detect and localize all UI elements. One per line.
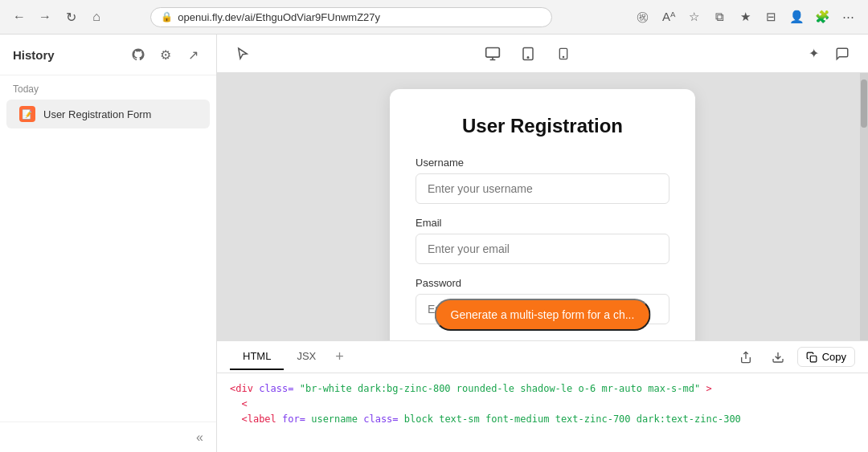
code-val-3: block text-sm font-medium text-zinc-700 … — [404, 413, 741, 425]
svg-point-2 — [527, 56, 529, 58]
external-link-icon-button[interactable]: ↗ — [182, 44, 203, 65]
chat-icon — [835, 47, 850, 61]
content-area: ✦ User Registration Usernam — [217, 35, 868, 452]
share-button[interactable] — [733, 348, 759, 367]
settings-icon-button[interactable]: ⚙ — [155, 44, 176, 65]
code-val-1: "br-white dark:bg-zinc-800 rounded-le sh… — [300, 383, 701, 394]
code-tag-2: <label — [241, 413, 276, 425]
more-button[interactable]: ⋯ — [837, 6, 860, 28]
code-line-3: <label for= username class= block text-s… — [230, 412, 855, 427]
address-bar[interactable]: 🔒 openui.fly.dev/ai/EthguOdViar9FUnwmZ27… — [150, 7, 552, 27]
bottom-tabs: HTML JSX + — [217, 341, 868, 373]
github-icon-button[interactable] — [128, 44, 149, 65]
desktop-view-button[interactable] — [478, 39, 507, 68]
history-item-icon: 📝 — [19, 106, 35, 122]
email-label: Email — [416, 217, 669, 229]
home-button[interactable]: ⌂ — [85, 6, 108, 28]
browser-actions: ㊗ Aᴬ ☆ ⧉ ★ ⊟ 👤 🧩 ⋯ — [632, 6, 860, 28]
desktop-icon — [485, 46, 501, 62]
password-label: Password — [416, 277, 669, 289]
form-title: User Registration — [416, 115, 669, 137]
toolbar-left — [230, 41, 256, 67]
bottom-panel: HTML JSX + — [217, 340, 868, 452]
cursor-tool-button[interactable] — [230, 41, 256, 67]
reader-button[interactable]: Aᴬ — [657, 6, 680, 28]
toolbar-right: ✦ — [800, 41, 855, 67]
tab-html[interactable]: HTML — [230, 344, 284, 370]
cursor-icon — [235, 47, 250, 61]
code-attr-1: class= — [259, 383, 293, 394]
tablet-view-button[interactable] — [514, 39, 542, 68]
history-item-label: User Registration Form — [43, 108, 151, 120]
favorites-button[interactable]: ★ — [735, 6, 757, 28]
preview-area: User Registration Username Email Passwor… — [217, 73, 868, 340]
split-button[interactable]: ⧉ — [709, 6, 731, 28]
tablet-icon — [521, 47, 535, 61]
download-icon — [772, 351, 784, 364]
nav-buttons: ← → ↻ ⌂ — [8, 6, 108, 28]
sidebar-section-today: Today — [0, 75, 216, 98]
chip-multistep-container: Generate a multi-step form for a ch... — [435, 299, 651, 331]
mobile-icon — [557, 47, 570, 61]
code-line-1: <div class= "br-white dark:bg-zinc-800 r… — [230, 381, 855, 397]
sidebar-collapse: « — [0, 421, 216, 452]
bookmark-button[interactable]: ☆ — [683, 6, 706, 28]
lock-icon: 🔒 — [161, 11, 173, 22]
main-layout: History ⚙ ↗ Today 📝 User Registration Fo… — [0, 35, 868, 452]
translate-button[interactable]: ㊗ — [632, 6, 654, 28]
code-tag-close-1: > — [706, 383, 711, 394]
svg-point-4 — [563, 56, 563, 57]
refresh-button[interactable]: ↻ — [59, 6, 82, 28]
chat-button[interactable] — [829, 41, 855, 67]
tab-jsx[interactable]: JSX — [284, 344, 329, 370]
email-group: Email — [416, 217, 669, 264]
share-icon — [739, 351, 752, 364]
chip-multistep[interactable]: Generate a multi-step form for a ch... — [435, 299, 651, 331]
browser-chrome: ← → ↻ ⌂ 🔒 openui.fly.dev/ai/EthguOdViar9… — [0, 0, 868, 35]
github-icon — [131, 47, 145, 62]
code-area: <div class= "br-white dark:bg-zinc-800 r… — [217, 373, 868, 452]
sidebar-header: History ⚙ ↗ — [0, 35, 216, 75]
back-button[interactable]: ← — [8, 6, 31, 28]
code-line-2: < — [230, 397, 855, 412]
username-input[interactable] — [416, 173, 669, 204]
profile-button[interactable]: 👤 — [786, 6, 809, 28]
bottom-tab-actions: Copy — [733, 347, 855, 367]
code-tag-1: <div — [230, 383, 253, 394]
sidebar: History ⚙ ↗ Today 📝 User Registration Fo… — [0, 35, 217, 452]
code-attr-2: for= — [282, 413, 305, 425]
theme-toggle-button[interactable]: ✦ — [800, 41, 826, 67]
tab-add-button[interactable]: + — [329, 348, 350, 365]
username-label: Username — [416, 157, 669, 169]
scrollbar-track[interactable] — [860, 73, 868, 340]
copy-icon — [806, 352, 817, 363]
history-item-user-registration[interactable]: 📝 User Registration Form — [6, 100, 210, 128]
code-val-2: username — [311, 413, 363, 425]
scrollbar-thumb[interactable] — [861, 79, 867, 128]
collapse-button[interactable]: « — [196, 430, 203, 445]
sidebar-title: History — [13, 48, 55, 62]
mobile-view-button[interactable] — [549, 39, 578, 68]
copy-label: Copy — [822, 351, 846, 363]
content-toolbar: ✦ — [217, 35, 868, 73]
sidebar-icon-group: ⚙ ↗ — [128, 44, 203, 65]
download-button[interactable] — [765, 348, 791, 367]
username-group: Username — [416, 157, 669, 204]
svg-rect-0 — [486, 47, 500, 57]
forward-button[interactable]: → — [34, 6, 56, 28]
collections-button[interactable]: ⊟ — [760, 6, 783, 28]
svg-rect-5 — [810, 356, 817, 362]
copy-button[interactable]: Copy — [797, 347, 855, 367]
code-attr-3: class= — [363, 413, 398, 425]
browser-toolbar: ← → ↻ ⌂ 🔒 openui.fly.dev/ai/EthguOdViar9… — [0, 0, 868, 34]
extensions-button[interactable]: 🧩 — [812, 6, 834, 28]
email-input[interactable] — [416, 234, 669, 264]
url-text: openui.fly.dev/ai/EthguOdViar9FUnwmZ27y — [178, 11, 380, 23]
toolbar-center — [478, 39, 578, 68]
